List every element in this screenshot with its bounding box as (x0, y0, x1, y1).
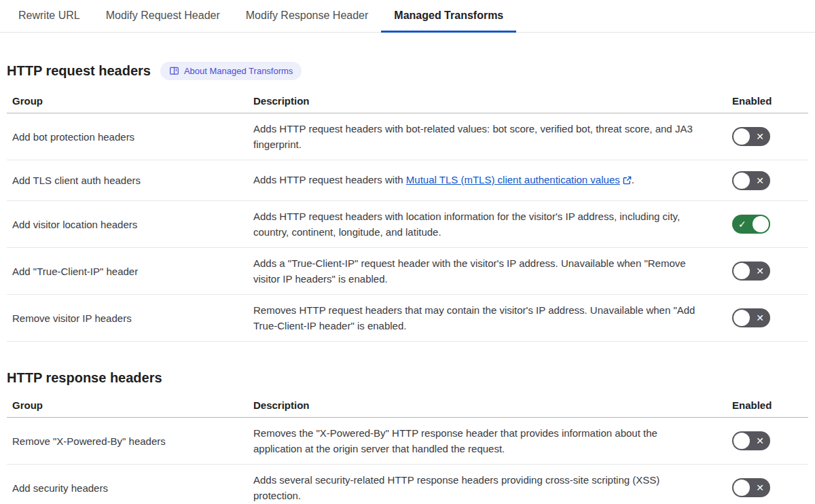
main-content: HTTP request headers About Managed Trans… (0, 62, 815, 504)
x-icon: ✕ (756, 483, 764, 492)
x-icon: ✕ (756, 176, 764, 185)
toggle-knob (734, 433, 750, 449)
toggle-knob (734, 263, 750, 279)
toggle-knob (734, 173, 750, 189)
x-icon: ✕ (756, 313, 764, 323)
tab-modify-response-header[interactable]: Modify Response Header (233, 0, 382, 32)
toggle-add-tls-client-auth-headers[interactable]: ✕ (732, 171, 770, 190)
tab-bar: Rewrite URL Modify Request Header Modify… (0, 0, 815, 33)
toggle-knob (734, 128, 750, 145)
toggle-add-bot-protection-headers[interactable]: ✕ (732, 127, 770, 146)
table-header-row: Group Description Enabled (7, 91, 808, 113)
tab-rewrite-url[interactable]: Rewrite URL (5, 0, 93, 32)
column-header-description: Description (248, 91, 727, 113)
table-row: Add TLS client auth headers Adds HTTP re… (7, 160, 808, 201)
group-cell: Remove visitor IP headers (7, 295, 248, 342)
request-headers-section-head: HTTP request headers About Managed Trans… (7, 62, 808, 80)
toggle-remove-visitor-ip-headers[interactable]: ✕ (732, 308, 770, 327)
description-cell: Adds several security-related HTTP respo… (248, 465, 727, 504)
group-cell: Add visitor location headers (7, 201, 248, 248)
tab-modify-request-header[interactable]: Modify Request Header (93, 0, 233, 32)
column-header-enabled: Enabled (727, 91, 808, 113)
table-row: Add visitor location headers Adds HTTP r… (7, 201, 808, 248)
about-managed-transforms-badge[interactable]: About Managed Transforms (160, 62, 302, 80)
mtls-docs-link[interactable]: Mutual TLS (mTLS) client authentication … (406, 174, 620, 185)
toggle-remove-x-powered-by-headers[interactable]: ✕ (732, 431, 770, 450)
description-cell: Removes HTTP request headers that may co… (248, 295, 727, 342)
toggle-knob (753, 216, 769, 232)
toggle-knob (734, 310, 750, 326)
description-cell: Removes the "X-Powered-By" HTTP response… (248, 418, 727, 465)
section-title-response-headers: HTTP response headers (7, 370, 162, 386)
table-row: Remove "X-Powered-By" headers Removes th… (7, 418, 808, 465)
response-headers-table: Group Description Enabled Remove "X-Powe… (7, 395, 808, 504)
description-cell: Adds HTTP request headers with Mutual TL… (248, 160, 727, 201)
description-cell: Adds HTTP request headers with bot-relat… (248, 113, 727, 160)
table-header-row: Group Description Enabled (7, 395, 808, 418)
book-icon (169, 66, 179, 76)
external-link-icon[interactable] (623, 173, 632, 189)
check-icon: ✓ (738, 219, 746, 229)
description-text: . (632, 174, 634, 185)
group-cell: Add "True-Client-IP" header (7, 248, 248, 295)
x-icon: ✕ (756, 132, 764, 141)
response-headers-section-head: HTTP response headers (7, 370, 808, 386)
x-icon: ✕ (756, 436, 764, 446)
toggle-add-true-client-ip-header[interactable]: ✕ (732, 262, 770, 281)
column-header-description: Description (248, 395, 727, 418)
tab-managed-transforms[interactable]: Managed Transforms (381, 0, 516, 32)
group-cell: Add bot protection headers (7, 113, 248, 160)
table-row: Add bot protection headers Adds HTTP req… (7, 113, 808, 160)
column-header-group: Group (7, 91, 248, 113)
section-title-request-headers: HTTP request headers (7, 63, 151, 79)
request-headers-table: Group Description Enabled Add bot protec… (7, 91, 808, 342)
column-header-group: Group (7, 395, 248, 418)
table-row: Remove visitor IP headers Removes HTTP r… (7, 295, 808, 342)
table-row: Add "True-Client-IP" header Adds a "True… (7, 248, 808, 295)
table-row: Add security headers Adds several securi… (7, 465, 808, 504)
description-cell: Adds a "True-Client-IP" request header w… (248, 248, 727, 295)
group-cell: Remove "X-Powered-By" headers (7, 418, 248, 465)
x-icon: ✕ (756, 266, 764, 276)
toggle-add-visitor-location-headers[interactable]: ✓ (732, 215, 770, 234)
group-cell: Add TLS client auth headers (7, 160, 248, 201)
description-cell: Adds HTTP request headers with location … (248, 201, 727, 248)
toggle-add-security-headers[interactable]: ✕ (732, 478, 770, 497)
description-text: Adds HTTP request headers with (253, 174, 406, 185)
group-cell: Add security headers (7, 465, 248, 504)
column-header-enabled: Enabled (727, 395, 808, 418)
toggle-knob (734, 480, 750, 496)
badge-label: About Managed Transforms (184, 67, 293, 75)
